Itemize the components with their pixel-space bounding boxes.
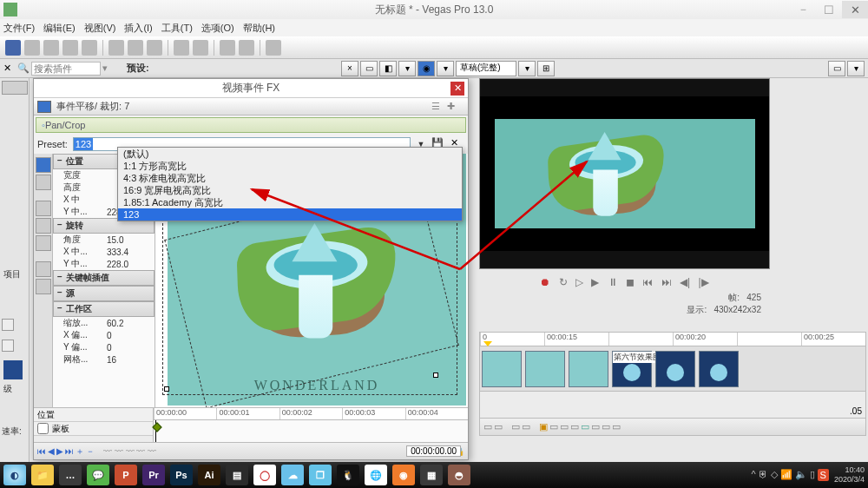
kf-timecode[interactable]: 00:00:00.00 <box>406 445 461 457</box>
preset-option[interactable]: 16:9 宽屏电视高宽比 <box>118 184 462 196</box>
clip[interactable]: 第六节效果图 <box>612 351 652 387</box>
tray-shield-icon[interactable]: ⛨ <box>759 469 768 481</box>
x-icon[interactable]: ✕ <box>3 63 16 75</box>
fx-add-icon[interactable]: ✚ <box>447 101 459 113</box>
cut-icon[interactable] <box>108 40 124 56</box>
track-color-swatch[interactable] <box>3 360 23 379</box>
edit-tool-env[interactable]: ▭ <box>549 421 558 432</box>
kf-track-mask[interactable]: 蒙板 <box>34 422 153 436</box>
menu-file[interactable]: 文件(F) <box>3 22 35 35</box>
go-start-button[interactable]: ⏮ <box>642 276 653 288</box>
tl-tool-d[interactable]: ▭ <box>522 421 530 432</box>
edit-tool-sel[interactable]: ▭ <box>560 421 569 432</box>
edit-tool-del[interactable]: ▭ <box>591 421 600 432</box>
taskbar-app[interactable]: ◯ <box>253 465 276 485</box>
fx-dialog-titlebar[interactable]: 视频事件 FX ✕ <box>34 79 468 98</box>
track-minimize-icon[interactable] <box>2 319 14 331</box>
tl-tool-b[interactable]: ▭ <box>494 421 503 432</box>
fx-tool-e[interactable] <box>36 279 51 294</box>
snap-icon[interactable] <box>220 40 235 56</box>
dropdown-icon[interactable]: ▾ <box>102 63 108 74</box>
clip[interactable] <box>569 351 608 387</box>
preset-option-selected[interactable]: 123 <box>118 208 462 221</box>
fx-chain-icon[interactable]: ☰ <box>431 101 444 113</box>
taskbar-app-ppt[interactable]: P <box>115 465 137 485</box>
taskbar-app[interactable]: … <box>59 465 82 485</box>
menu-view[interactable]: 视图(V) <box>84 22 116 35</box>
new-icon[interactable] <box>5 40 21 56</box>
taskbar-app[interactable]: ◉ <box>392 465 415 485</box>
keyframe[interactable] <box>152 422 161 432</box>
taskbar-app-qq[interactable]: 🐧 <box>337 465 359 485</box>
kf-first-icon[interactable]: ⏮ <box>37 446 46 456</box>
prop-group-work[interactable]: 工作区 <box>53 301 155 317</box>
fx-plugin-icon[interactable] <box>37 101 51 113</box>
tray-batt-icon[interactable]: ▯ <box>810 469 815 481</box>
help-icon[interactable] <box>266 40 281 56</box>
tl-ruler[interactable]: 000:00:1500:00:2000:00:25 <box>480 333 865 346</box>
fx-tool-c[interactable] <box>36 235 51 251</box>
dock-item[interactable] <box>2 81 28 95</box>
crop-handle[interactable] <box>164 386 169 392</box>
kf-track-position[interactable]: 位置 <box>34 408 153 422</box>
record-button[interactable]: ⏺ <box>540 276 550 288</box>
taskbar-app-ai[interactable]: Ai <box>198 465 220 485</box>
quality-select[interactable]: 草稿(完整) <box>456 61 516 76</box>
play-button[interactable]: ▶ <box>591 276 599 288</box>
tray-net-icon[interactable]: ◇ <box>771 469 778 481</box>
preview-dd-icon[interactable]: ▾ <box>437 61 454 76</box>
search-input[interactable] <box>31 62 101 76</box>
preset-option[interactable]: (默认) <box>118 148 462 160</box>
copy-icon[interactable] <box>128 40 143 56</box>
kf-area[interactable] <box>154 420 468 442</box>
taskbar-app[interactable]: ◓ <box>448 465 470 485</box>
tl-tool-a[interactable]: ▭ <box>483 421 492 432</box>
preview-save-icon[interactable]: ▾ <box>847 61 865 76</box>
taskbar-app[interactable]: ❐ <box>309 465 332 485</box>
fx-close-button[interactable]: ✕ <box>450 82 464 96</box>
kf-add-icon[interactable]: ＋ <box>76 445 84 458</box>
minimize-button[interactable]: － <box>790 1 816 18</box>
clip[interactable] <box>655 351 695 387</box>
clip[interactable] <box>699 351 739 387</box>
menu-tools[interactable]: 工具(T) <box>161 22 193 35</box>
go-end-button[interactable]: ⏭ <box>661 276 672 288</box>
open-icon[interactable] <box>24 40 40 56</box>
kf-next-icon[interactable]: ▶ <box>56 446 63 456</box>
ripple-icon[interactable] <box>239 40 254 56</box>
preview-overlay-icon[interactable]: ▾ <box>518 61 536 76</box>
maximize-button[interactable]: ☐ <box>816 1 842 18</box>
fx-tool-zoom[interactable] <box>36 175 51 190</box>
taskbar-app[interactable]: ◐ <box>3 465 26 485</box>
tray-clock[interactable]: 10:402020/3/4 <box>834 465 865 485</box>
taskbar-app[interactable]: ▦ <box>420 465 443 485</box>
taskbar-app-explorer[interactable]: 📁 <box>31 465 54 485</box>
clip[interactable] <box>525 351 565 387</box>
paste-icon[interactable] <box>147 40 162 56</box>
preview-safe-icon[interactable]: ⊞ <box>537 61 555 76</box>
tray-vol-icon[interactable]: 🔈 <box>795 469 807 481</box>
edit-tool-f[interactable]: ▭ <box>602 421 610 432</box>
prop-group-interp[interactable]: 关键帧插值 <box>53 270 155 286</box>
tray-wifi-icon[interactable]: 📶 <box>780 469 792 481</box>
menu-help[interactable]: 帮助(H) <box>243 22 275 35</box>
kf-prev-icon[interactable]: ◀ <box>48 446 55 456</box>
edit-tool-normal[interactable]: ▣ <box>539 421 548 432</box>
search-icon[interactable]: 🔍 <box>17 63 30 75</box>
tray-ime-icon[interactable]: S <box>818 469 829 481</box>
clip[interactable] <box>482 351 522 387</box>
menu-insert[interactable]: 插入(I) <box>124 22 152 35</box>
kf-curve-icons[interactable]: 〰 〰 〰 〰 〰 <box>103 446 156 456</box>
preview-copy-icon[interactable]: ▭ <box>828 61 845 76</box>
preset-option[interactable]: 1:1 方形高宽比 <box>118 160 462 172</box>
video-track[interactable]: 第六节效果图 <box>480 346 865 392</box>
fx-tool-b[interactable] <box>36 218 51 234</box>
redo-icon[interactable] <box>193 40 208 56</box>
fx-plugin-tab[interactable]: ◦ Pan/Crop <box>36 117 466 133</box>
play-start-button[interactable]: ▷ <box>575 276 583 288</box>
taskbar-app-wechat[interactable]: 💬 <box>87 465 109 485</box>
kf-last-icon[interactable]: ⏭ <box>65 446 74 456</box>
prop-group-source[interactable]: 源 <box>53 286 155 301</box>
crop-handle[interactable] <box>433 373 438 378</box>
fx-tool-d[interactable] <box>36 261 51 277</box>
